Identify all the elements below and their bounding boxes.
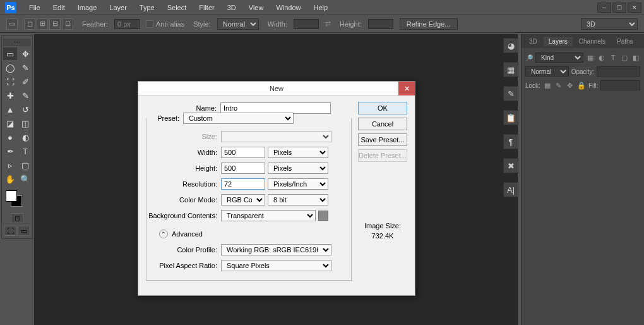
color-swatches[interactable] (3, 189, 31, 209)
height-unit-select[interactable]: Pixels (268, 162, 328, 174)
menu-image[interactable]: Image (71, 0, 104, 15)
resolution-unit-select[interactable]: Pixels/Inch (268, 178, 328, 190)
menu-select[interactable]: Select (161, 0, 193, 15)
menu-3d[interactable]: 3D (221, 0, 242, 15)
shape-tool[interactable]: ▢ (18, 159, 32, 171)
pen-tool[interactable]: ✒ (3, 145, 17, 157)
quickmask-button[interactable]: ◻ (11, 213, 23, 223)
width-input[interactable] (221, 147, 265, 158)
menu-view[interactable]: View (242, 0, 270, 15)
filter-smart-icon[interactable]: ◧ (631, 53, 640, 62)
blend-mode-select[interactable]: Normal (525, 66, 569, 77)
screenmode2-button[interactable]: ▭ (18, 226, 30, 236)
menu-help[interactable]: Help (307, 0, 335, 15)
close-button[interactable]: ✕ (628, 3, 641, 13)
menu-filter[interactable]: Filter (193, 0, 220, 15)
blur-tool[interactable]: ● (3, 131, 17, 144)
brush-tool[interactable]: ✎ (18, 89, 32, 102)
gradient-tool[interactable]: ◫ (18, 117, 32, 130)
stamp-tool[interactable]: ▲ (3, 103, 17, 116)
dodge-tool[interactable]: ◐ (18, 131, 32, 144)
ok-button[interactable]: OK (358, 102, 407, 114)
selection-new-icon[interactable]: ◻ (24, 18, 35, 30)
bg-color-swatch[interactable] (318, 211, 328, 221)
history-brush-tool[interactable]: ↺ (18, 103, 32, 116)
dialog-title-bar[interactable]: New ✕ (138, 82, 415, 95)
menu-window[interactable]: Window (270, 0, 307, 15)
feather-label: Feather: (82, 20, 108, 28)
filter-adjust-icon[interactable]: ◐ (597, 53, 606, 62)
height-input[interactable] (221, 162, 265, 174)
crop-tool[interactable]: ⛶ (3, 75, 17, 88)
healing-tool[interactable]: ✚ (3, 89, 17, 102)
menu-layer[interactable]: Layer (103, 0, 133, 15)
hand-tool[interactable]: ✋ (3, 173, 17, 185)
bg-label: Background Contents: (146, 212, 221, 219)
selection-add-icon[interactable]: ⊞ (37, 18, 48, 30)
style-select[interactable]: Normal (217, 18, 259, 30)
menu-edit[interactable]: Edit (47, 0, 71, 15)
name-label: Name: (146, 104, 220, 112)
minimize-button[interactable]: ─ (597, 3, 611, 13)
lasso-tool[interactable]: ◯ (3, 61, 17, 74)
layer-filter-select[interactable]: Kind (535, 52, 583, 63)
tab-3d[interactable]: 3D (524, 37, 542, 46)
maximize-button[interactable]: ☐ (612, 3, 626, 13)
swap-icon[interactable]: ⇄ (325, 20, 331, 28)
antialias-checkbox[interactable] (146, 20, 153, 28)
lock-position-icon[interactable]: ✥ (566, 81, 575, 90)
zoom-tool[interactable]: 🔍 (18, 173, 32, 185)
tab-paths[interactable]: Paths (612, 37, 638, 46)
advanced-toggle[interactable]: ⌃ (159, 230, 168, 238)
color-panel-icon[interactable]: ◕ (503, 38, 518, 53)
paragraph-panel-icon[interactable]: ¶ (503, 134, 518, 149)
cancel-button[interactable]: Cancel (358, 118, 407, 130)
selection-subtract-icon[interactable]: ⊟ (49, 18, 61, 30)
character-panel-icon[interactable]: A| (503, 182, 518, 197)
marquee-tool[interactable]: ▭ (3, 47, 17, 60)
lock-pixels-icon[interactable]: ✎ (554, 81, 563, 90)
save-preset-button[interactable]: Save Preset... (358, 133, 407, 146)
selection-intersect-icon[interactable]: ⊡ (62, 18, 73, 30)
screenmode-button[interactable]: ⛶ (4, 226, 16, 236)
type-tool[interactable]: T (18, 145, 32, 157)
resolution-input[interactable] (221, 178, 265, 190)
colormode-select[interactable]: RGB Color (221, 194, 265, 205)
lock-transparency-icon[interactable]: ▦ (543, 81, 552, 90)
eraser-tool[interactable]: ◪ (3, 117, 17, 130)
width-unit-select[interactable]: Pixels (268, 147, 328, 158)
tools-grip[interactable]: ⋯ (3, 39, 31, 46)
brushes-panel-icon[interactable]: ✎ (503, 86, 518, 101)
lock-all-icon[interactable]: 🔒 (577, 81, 586, 90)
filter-image-icon[interactable]: ▦ (586, 53, 595, 62)
quickselect-tool[interactable]: ✎ (18, 61, 32, 74)
fill-input[interactable] (600, 80, 640, 90)
move-tool[interactable]: ✥ (18, 47, 32, 60)
fill-label: Fill: (588, 82, 599, 89)
filter-shape-icon[interactable]: ▢ (620, 53, 629, 62)
dialog-close-button[interactable]: ✕ (398, 82, 415, 95)
swatches-panel-icon[interactable]: ▦ (503, 62, 518, 77)
bg-select[interactable]: Transparent (221, 210, 316, 221)
right-panels: 3D Layers Channels Paths 🔎 Kind ▦ ◐ T ▢ … (521, 34, 644, 325)
tab-layers[interactable]: Layers (544, 37, 573, 46)
width-label: Width: (146, 149, 221, 156)
workspace-select[interactable]: 3D (581, 18, 638, 30)
properties-panel-icon[interactable]: ✖ (503, 158, 518, 173)
history-panel-icon[interactable]: 📋 (503, 110, 518, 125)
foreground-color[interactable] (6, 190, 17, 202)
tool-preset-icon[interactable]: ▭ (6, 18, 18, 30)
feather-input[interactable] (114, 19, 140, 29)
refine-edge-button[interactable]: Refine Edge... (400, 18, 458, 30)
eyedropper-tool[interactable]: ✐ (18, 75, 32, 88)
opacity-input[interactable] (597, 66, 640, 77)
menu-type[interactable]: Type (133, 0, 161, 15)
filter-type-icon[interactable]: T (609, 53, 617, 62)
profile-select[interactable]: Working RGB: sRGB IEC61966-2.1 (221, 244, 331, 255)
tab-channels[interactable]: Channels (574, 37, 611, 46)
preset-select[interactable]: Custom (183, 113, 294, 124)
menu-file[interactable]: File (23, 0, 47, 15)
path-tool[interactable]: ▹ (3, 159, 17, 171)
bitdepth-select[interactable]: 8 bit (268, 194, 328, 205)
par-select[interactable]: Square Pixels (221, 260, 331, 271)
